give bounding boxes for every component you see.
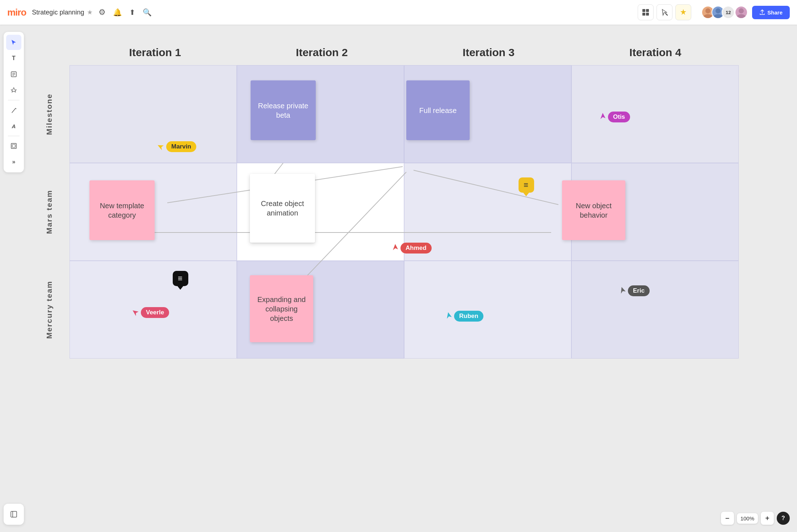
- row-label-mercury: Mercury team: [29, 261, 70, 359]
- topbar: miro Strategic planning ★ ⚙ 🔔 ⬆ 🔍: [0, 0, 797, 25]
- topbar-left: miro Strategic planning ★ ⚙ 🔔 ⬆ 🔍: [7, 7, 638, 18]
- svg-point-9: [739, 8, 744, 13]
- svg-line-16: [16, 108, 16, 109]
- bottom-right-controls: − 100% + ?: [721, 512, 790, 525]
- search-icon[interactable]: 🔍: [143, 8, 152, 17]
- sticky-full-release[interactable]: Full release: [406, 80, 470, 140]
- cursor-label-ruben: Ruben: [454, 311, 483, 322]
- shapes-tool[interactable]: [6, 83, 21, 98]
- toolbar-top-right: [638, 4, 691, 20]
- row-label-milestone: Milestone: [29, 65, 70, 163]
- sticky-new-object-behavior[interactable]: New object behavior: [562, 180, 625, 240]
- toolbar-divider-1: [8, 100, 20, 100]
- star-icon[interactable]: ★: [87, 8, 93, 16]
- svg-point-8: [713, 14, 723, 18]
- svg-line-4: [666, 13, 667, 15]
- sidebar-toggle[interactable]: [6, 507, 21, 522]
- topbar-right: 12 Share: [638, 4, 790, 20]
- iteration-2-header: Iteration 2: [239, 43, 406, 65]
- share-button[interactable]: Share: [752, 6, 790, 19]
- row-labels: Milestone Mars team Mercury team: [29, 65, 70, 359]
- sticky-new-template-category[interactable]: New template category: [89, 180, 155, 240]
- cell-0-0: [70, 65, 237, 163]
- iteration-1-header: Iteration 1: [72, 43, 239, 65]
- iteration-headers: Iteration 1 Iteration 2 Iteration 3 Iter…: [72, 43, 739, 65]
- svg-rect-3: [646, 13, 649, 16]
- cursor-label-marvin: Marvin: [166, 141, 196, 152]
- pen-tool[interactable]: [6, 102, 21, 118]
- cursor-otis: Otis: [600, 112, 630, 122]
- more-tools[interactable]: »: [6, 154, 21, 169]
- cursor-label-ahmed: Ahmed: [400, 243, 432, 254]
- topbar-icons: ⚙ 🔔 ⬆ 🔍: [98, 8, 152, 17]
- sticky-release-private-beta[interactable]: Release private beta: [251, 80, 316, 140]
- message-bubble-yellow: ≡: [519, 177, 534, 193]
- message-bubble-black: ≡: [173, 271, 188, 286]
- cell-2-3: [571, 261, 739, 359]
- cursor-icon-btn[interactable]: [657, 4, 672, 20]
- zoom-in-button[interactable]: +: [761, 512, 774, 525]
- toolbar-divider-2: [8, 136, 20, 136]
- cursor-eric: Eric: [620, 285, 650, 296]
- cursor-label-veerle: Veerle: [141, 307, 169, 318]
- svg-rect-0: [642, 9, 645, 12]
- iteration-4-header: Iteration 4: [572, 43, 739, 65]
- svg-point-7: [716, 8, 721, 13]
- cursor-ruben: Ruben: [446, 311, 483, 322]
- miro-logo: miro: [7, 7, 26, 18]
- iteration-3-header: Iteration 3: [405, 43, 572, 65]
- marker-tool[interactable]: A: [6, 118, 21, 134]
- svg-rect-17: [11, 143, 16, 148]
- svg-point-6: [703, 14, 713, 18]
- cursor-veerle: Veerle: [133, 307, 169, 318]
- help-button[interactable]: ?: [777, 512, 790, 525]
- grid-area: Milestone Mars team Mercury team: [29, 65, 739, 359]
- svg-point-10: [737, 14, 746, 18]
- notifications-icon[interactable]: 🔔: [113, 8, 122, 17]
- avatar-group: 12: [701, 6, 748, 19]
- svg-line-15: [12, 108, 16, 113]
- grid: Release private beta Full release New te…: [70, 65, 739, 359]
- sticky-create-object-animation[interactable]: Create object animation: [250, 174, 315, 243]
- cursor-label-eric: Eric: [628, 285, 650, 296]
- text-tool[interactable]: T: [6, 51, 21, 66]
- cursor-marvin: Marvin: [158, 141, 196, 152]
- svg-rect-1: [646, 9, 649, 12]
- magic-icon-btn[interactable]: [675, 4, 691, 20]
- cell-0-3: [571, 65, 739, 163]
- avatar-3: [735, 6, 748, 19]
- select-tool[interactable]: [6, 35, 21, 50]
- board: Iteration 1 Iteration 2 Iteration 3 Iter…: [29, 43, 739, 359]
- row-label-mars: Mars team: [29, 163, 70, 261]
- bottom-left-toolbar: [4, 504, 24, 525]
- project-title[interactable]: Strategic planning ★: [32, 8, 93, 16]
- frame-tool[interactable]: [6, 138, 21, 154]
- share-upload-icon[interactable]: ⬆: [129, 8, 135, 17]
- cursor-ahmed: Ahmed: [393, 243, 432, 254]
- apps-icon-btn[interactable]: [638, 4, 654, 20]
- cursor-label-otis: Otis: [608, 112, 630, 122]
- cell-2-2: [404, 261, 571, 359]
- svg-rect-18: [12, 144, 15, 147]
- svg-point-5: [705, 8, 710, 13]
- note-tool[interactable]: [6, 67, 21, 82]
- sticky-expanding-collapsing[interactable]: Expanding and collapsing objects: [250, 275, 313, 342]
- svg-rect-2: [642, 13, 645, 16]
- zoom-level: 100%: [737, 513, 758, 524]
- left-toolbar: T A »: [4, 32, 24, 172]
- canvas[interactable]: Iteration 1 Iteration 2 Iteration 3 Iter…: [0, 25, 797, 532]
- avatar-count[interactable]: 12: [722, 6, 735, 19]
- zoom-out-button[interactable]: −: [721, 512, 734, 525]
- project-name: Strategic planning: [32, 9, 84, 16]
- settings-icon[interactable]: ⚙: [98, 8, 106, 17]
- svg-rect-19: [11, 511, 17, 517]
